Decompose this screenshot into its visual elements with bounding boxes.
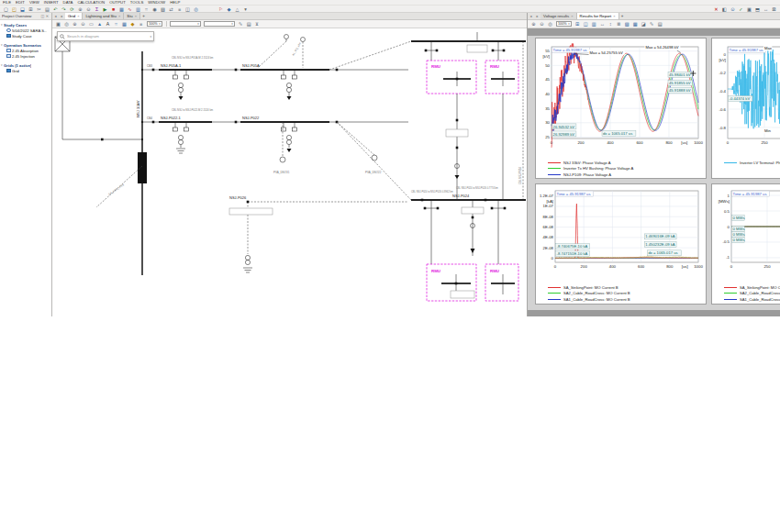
import-icon[interactable]: ⊞ [27,6,35,13]
tree-item-study-case[interactable]: Study Case [1,33,50,39]
results-icon[interactable]: ▦ [117,6,126,13]
edit-icon[interactable]: ✎ [648,20,656,28]
study-icon[interactable]: ◆ [225,6,233,13]
close-icon[interactable]: × [613,14,615,18]
chevron-down-icon[interactable]: ▾ [1,43,3,47]
print-icon[interactable]: ▤ [245,20,253,28]
close-icon[interactable]: × [571,14,573,18]
undo-icon[interactable]: ↶ [51,6,60,13]
layer-select[interactable]: ▾ [170,21,201,27]
magnifier-icon[interactable]: ◎ [62,20,71,28]
x-scale-icon[interactable]: ↔ [598,20,607,28]
refresh-icon[interactable]: ⟳ [68,6,76,13]
tab-scroll-right-icon[interactable]: ▸ [59,13,65,19]
grid-2x2-icon[interactable]: ⊞ [574,20,582,28]
dropdown-caret-icon[interactable]: ▾ [241,6,250,13]
tree-item-grid[interactable]: Grid [1,68,50,73]
copy-icon[interactable]: ▤ [43,6,51,13]
dock-icon[interactable]: ⬒ [753,6,762,13]
layers-icon[interactable]: ▧ [159,6,167,13]
text-tool-icon[interactable]: A [104,20,112,28]
single-line-diagram-canvas[interactable]: Search in diagram ▾ [52,28,527,316]
new-tab-button[interactable]: + [619,13,626,19]
calculation-icon[interactable]: Σ [93,6,101,13]
tab-stu[interactable]: Stu× [124,13,140,19]
stop-icon[interactable]: ■ [109,6,117,13]
check-icon[interactable]: ✓ [737,6,745,13]
panel-icon[interactable]: ▣ [745,6,753,13]
close-icon[interactable]: × [118,14,120,18]
target-icon[interactable]: ◎ [192,6,200,13]
close-icon[interactable]: × [77,14,79,18]
tab-scroll-left-icon[interactable]: ◂ [528,13,534,19]
edit-icon[interactable]: ✎ [237,20,245,28]
curve-list-icon[interactable]: ≣ [615,20,623,28]
background-icon[interactable]: ◪ [640,20,648,28]
close-icon[interactable]: ✕ [712,6,720,13]
tab-scroll-left-icon[interactable]: ◂ [52,13,59,19]
export-icon[interactable]: ⊻ [253,20,262,28]
zoom-select[interactable]: 100% ▾ [556,21,573,27]
chart-arrester-currents[interactable]: 02004006008001000[us]1.2E-07[kA]1E-078E-… [537,185,705,284]
chart-inverter-lv-voltage[interactable]: 02505007501000[us]0[kV]-0.2-0.4-0.6-0.8T… [713,39,780,160]
tree-item-2-45-injection[interactable]: 2.45 Injection [1,53,50,59]
plot-card-mo-currents[interactable]: 02004006008001000[us]1.2E-07[kA]1E-078E-… [535,183,707,305]
snap-icon[interactable]: ◉ [150,6,159,13]
zoom-out-icon[interactable]: ⊖ [79,20,87,28]
variation-icon[interactable]: △ [233,6,241,13]
fit-width-icon[interactable]: ↔ [762,6,770,13]
plot-card-voltages[interactable]: 02004006008001000[us]55[kV]504540353025T… [535,38,707,179]
chart-nsj-voltages[interactable]: 02004006008001000[us]55[kV]504540353025T… [537,39,705,160]
layers-icon[interactable]: ≡ [137,20,145,28]
zoom-out-icon[interactable]: ⊖ [538,20,546,28]
close-icon[interactable]: ✕ [45,14,50,18]
close-icon[interactable]: × [135,14,137,18]
table-icon[interactable]: ▥ [134,6,142,13]
grid-icon[interactable]: ⌗ [142,6,150,13]
chevron-down-icon[interactable]: ▾ [1,23,3,27]
diagram-search-box[interactable]: Search in diagram ▾ [57,31,154,41]
run-icon[interactable]: ▶ [101,6,109,13]
zoom-in-icon[interactable]: ⊕ [529,20,538,28]
zoom-rect-icon[interactable]: ▭ [87,20,95,28]
split-view-icon[interactable]: ◫ [582,20,590,28]
print-icon[interactable]: ▤ [656,20,664,28]
page-layout-icon[interactable]: ▥ [590,20,598,28]
window-icon[interactable]: ◫ [184,6,192,13]
split-icon[interactable]: ◧ [720,6,729,13]
y-scale-icon[interactable]: ↕ [607,20,615,28]
redo-icon[interactable]: ↷ [60,6,68,13]
tab-voltage-results[interactable]: Voltage results× [540,13,577,19]
plot-icon[interactable]: ∿ [126,6,134,13]
plot-card-inverter-lv[interactable]: 02505007501000[us]0[kV]-0.2-0.4-0.6-0.8T… [711,38,780,179]
color-mode-icon[interactable]: ◆ [128,20,137,28]
report-icon[interactable]: ▦ [631,20,640,28]
zoom-in-icon[interactable]: ⊕ [76,6,84,13]
zoom-select[interactable]: 100% ▾ [147,21,163,27]
compare-icon[interactable]: ⇄ [167,6,175,13]
list-icon[interactable]: ≡ [175,6,184,13]
annotation-select[interactable]: ▾ [204,21,235,27]
style-icon[interactable]: ▧ [623,20,631,28]
new-tab-button[interactable]: + [140,13,147,19]
clear-icon[interactable]: ⊠ [770,6,778,13]
layout-icon[interactable]: ▦ [120,20,128,28]
zoom-out-icon[interactable]: ⊖ [84,6,93,13]
chevron-down-icon[interactable]: ▾ [1,63,3,67]
zoom-in-icon[interactable]: ⊕ [71,20,79,28]
new-icon[interactable]: ▢ [2,6,10,13]
record-icon[interactable]: ⊙ [729,6,737,13]
tab-scroll-right-icon[interactable]: ▸ [534,13,540,19]
tab-grid[interactable]: Grid× [65,13,83,19]
cut-icon[interactable]: ✂ [35,6,43,13]
tab-lightning-and-stu[interactable]: Lightning and Stu× [83,13,124,19]
open-icon[interactable]: ◰ [10,6,18,13]
tab-results-for-report[interactable]: Results for Report× [577,13,619,19]
save-icon[interactable]: ⬓ [18,6,27,13]
chart-arrester-energy[interactable]: 02505007501000[us]1[MWs]0.50-0.5-1Time =… [713,185,780,284]
lock-icon[interactable]: ▣ [54,20,62,28]
snap-grid-icon[interactable]: ⌗ [112,20,120,28]
pointer-icon[interactable]: ▲ [95,20,104,28]
plot-card-mo-energy[interactable]: 02505007501000[us]1[MWs]0.50-0.5-1Time =… [711,183,780,305]
event-icon[interactable]: ⚐ [217,6,225,13]
